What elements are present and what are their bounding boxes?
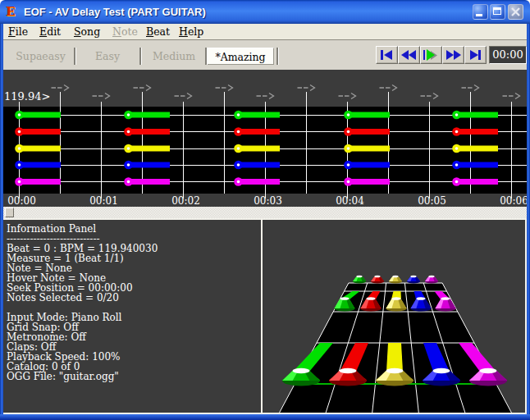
gem-far-yellow	[389, 276, 402, 284]
rewind-button[interactable]	[398, 46, 420, 64]
note-tail	[19, 112, 61, 118]
info-line: Notes Selected = 0/20	[3, 293, 261, 303]
tab-divider	[205, 48, 208, 65]
eof-window: E EOF - AV Delay Test (PART GUITAR) File…	[0, 0, 530, 420]
tab-amazing[interactable]: *Amazing	[207, 48, 274, 65]
seek-start-icon	[377, 47, 397, 63]
menu-beat[interactable]: Beat	[146, 24, 170, 39]
svg-text:00:03: 00:03	[254, 195, 282, 207]
tab-supaeasy[interactable]: Supaeasy	[8, 48, 73, 65]
note-tail	[19, 129, 61, 135]
menu-help[interactable]: Help	[179, 24, 203, 39]
fast-forward-icon	[443, 47, 464, 63]
scrollbar-thumb[interactable]	[5, 208, 14, 217]
note-tail	[456, 129, 498, 135]
menu-song[interactable]: Song	[74, 24, 100, 39]
svg-text:00:04: 00:04	[336, 195, 364, 207]
note-tail	[128, 179, 170, 185]
note-tail	[238, 129, 280, 135]
close-button[interactable]	[508, 4, 523, 20]
menu-edit[interactable]: Edit	[39, 24, 61, 39]
note-tail	[19, 146, 61, 152]
note-tail	[19, 162, 61, 168]
note-tail	[128, 146, 170, 152]
maximize-button[interactable]	[490, 4, 505, 20]
time-display: 00:00	[489, 46, 527, 64]
toolbar: SupaeasyEasyMedium*Amazing 00:00	[0, 40, 530, 70]
note-tail	[348, 162, 390, 168]
window-title: EOF - AV Delay Test (PART GUITAR)	[24, 6, 206, 18]
note-tail	[238, 162, 280, 168]
play-icon	[421, 47, 441, 63]
piano-roll[interactable]: 119.94>00:0000:0100:0200:0300:0400:0500:…	[3, 70, 527, 207]
close-icon	[510, 7, 521, 17]
seek-start-button[interactable]	[376, 46, 398, 64]
tab-medium[interactable]: Medium	[142, 48, 206, 65]
note-tail	[456, 146, 498, 152]
note-tail	[238, 179, 280, 185]
tab-divider	[276, 48, 279, 65]
svg-text:00:01: 00:01	[89, 195, 118, 207]
note-tail	[128, 112, 170, 118]
3d-preview-panel	[263, 220, 527, 413]
tab-divider	[139, 48, 142, 65]
note-tail	[456, 112, 498, 118]
note-tail	[19, 179, 61, 185]
tab-divider	[74, 48, 76, 65]
gem-far-green	[353, 276, 366, 284]
maximize-icon	[493, 7, 501, 15]
play-button[interactable]	[420, 46, 442, 64]
svg-text:00:02: 00:02	[171, 195, 200, 207]
info-line: OGG File: "guitar.ogg"	[3, 372, 261, 381]
minimize-button[interactable]	[473, 4, 488, 20]
seek-end-button[interactable]	[464, 46, 487, 64]
svg-text:00:00: 00:00	[7, 195, 36, 207]
note-tail	[128, 129, 170, 135]
rewind-icon	[399, 47, 419, 63]
note-tail	[456, 162, 498, 168]
svg-text:00:05: 00:05	[418, 195, 446, 207]
note-tail	[238, 146, 280, 152]
information-panel: Information Panel-----------------------…	[3, 220, 261, 413]
window-border-left	[0, 24, 3, 420]
note-tail	[348, 112, 390, 118]
note-tail	[348, 179, 390, 185]
horizontal-scrollbar[interactable]	[3, 207, 527, 218]
gem-far-blue	[407, 276, 420, 284]
title-bar[interactable]: E EOF - AV Delay Test (PART GUITAR)	[0, 0, 530, 24]
sustain-tail-yellow	[386, 343, 403, 372]
note-tail	[348, 146, 390, 152]
menu-bar: FileEditSongNoteBeatHelp	[0, 24, 530, 39]
svg-text:00:06: 00:06	[500, 195, 527, 207]
app-icon: E	[6, 4, 19, 19]
tab-easy[interactable]: Easy	[76, 48, 139, 65]
menu-file[interactable]: File	[8, 24, 28, 39]
seek-end-icon	[465, 47, 486, 63]
fast-forward-button[interactable]	[442, 46, 464, 64]
note-tail	[128, 162, 170, 168]
menu-note[interactable]: Note	[112, 24, 138, 39]
gem-far-purple	[425, 276, 438, 284]
window-border-right	[527, 24, 530, 420]
note-tail	[456, 179, 498, 185]
svg-text:119.94>: 119.94>	[4, 90, 50, 103]
note-tail	[238, 112, 280, 118]
gem-far-red	[371, 276, 384, 284]
note-tail	[348, 129, 390, 135]
minimize-icon	[476, 14, 482, 16]
window-border-bottom	[0, 414, 530, 420]
